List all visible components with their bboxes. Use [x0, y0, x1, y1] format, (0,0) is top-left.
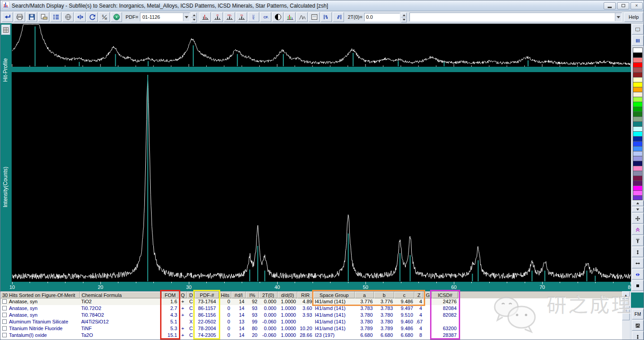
palette-color[interactable] [633, 52, 643, 57]
display-mode-button[interactable] [632, 24, 644, 34]
palette-scroll-down-button[interactable] [632, 207, 644, 212]
resize-vertical-button[interactable] [632, 247, 644, 257]
restore-button[interactable] [617, 2, 629, 9]
invert-display-button[interactable] [272, 12, 283, 22]
table-resize-vertical-button[interactable] [632, 331, 644, 340]
chemistry-filter-button[interactable]: CF. [260, 12, 271, 22]
palette-color[interactable] [633, 82, 643, 87]
column-header-16[interactable]: Z [414, 292, 423, 298]
column-header-0[interactable]: 30 Hits Sorted on Figure-Of-Merit [0, 292, 80, 298]
search-match-button[interactable]: SM [99, 12, 110, 22]
table-scrollbar[interactable]: ▲ ≡ [622, 292, 630, 340]
column-header-13[interactable]: a [355, 292, 374, 298]
refresh-button[interactable] [87, 12, 98, 22]
column-header-8[interactable]: I% [246, 292, 259, 298]
palette-color[interactable] [633, 190, 643, 195]
row-checkbox[interactable] [2, 326, 7, 331]
save-button[interactable] [26, 12, 37, 22]
column-header-6[interactable]: Hits [219, 292, 231, 298]
report-window-button[interactable] [309, 12, 320, 22]
palette-color[interactable] [633, 57, 643, 62]
palette-color[interactable] [633, 185, 643, 190]
palette-color[interactable] [633, 195, 643, 200]
palette-color[interactable] [633, 72, 643, 77]
column-header-1[interactable]: Chemical Formula [80, 292, 162, 298]
column-header-7[interactable]: #d/I [231, 292, 246, 298]
palette-color[interactable] [633, 121, 643, 126]
hit-profile-chart[interactable] [12, 24, 631, 67]
pan-horizontal-button[interactable] [74, 12, 86, 22]
column-header-4[interactable]: D [187, 292, 195, 298]
peak-id-button[interactable]: ID [212, 12, 223, 22]
pan-x-button[interactable] [632, 269, 644, 280]
column-header-14[interactable]: b [374, 292, 394, 298]
table-row[interactable]: Titanium Nitride FluorideTiNF5.3+C78-200… [0, 325, 622, 332]
row-checkbox[interactable] [2, 306, 7, 310]
column-header-18[interactable]: ICSD# [432, 292, 458, 298]
peak-hkl-button[interactable]: HKL [224, 12, 235, 22]
row-checkbox[interactable] [2, 333, 7, 337]
palette-color[interactable] [633, 156, 643, 161]
palette-color[interactable] [633, 171, 643, 176]
palette-color[interactable] [633, 151, 643, 156]
palette-scroll-up-button[interactable] [632, 201, 644, 206]
chevron-down-icon[interactable] [615, 13, 622, 21]
phase-combobox[interactable] [409, 13, 622, 22]
column-header-17[interactable]: G [423, 292, 432, 298]
palette-color[interactable] [633, 97, 643, 102]
table-row[interactable]: Anatase, synTi0.72O22.7+C86-1157014930.0… [0, 305, 622, 312]
table-scrollbar-thumb[interactable]: ≡ [622, 301, 630, 320]
palette-color[interactable] [633, 136, 643, 141]
table-row[interactable]: Aluminum Titanium SilicateAl4Ti2SiO125.1… [0, 318, 622, 325]
palette-color[interactable] [633, 181, 643, 185]
palette-color[interactable] [633, 92, 643, 97]
row-checkbox[interactable] [2, 313, 7, 317]
palette-color[interactable] [633, 126, 643, 131]
table-row[interactable]: Anatase, synTi0.784O24.3+C86-1156014930.… [0, 312, 622, 318]
scroll-up-icon[interactable]: ▲ [622, 292, 630, 299]
peak-intensity-button[interactable]: I% [236, 12, 247, 22]
shift-left-button[interactable] [321, 12, 332, 22]
overlay-pattern-button[interactable] [284, 12, 296, 22]
show-pattern-button[interactable] [200, 12, 211, 22]
row-checkbox[interactable] [2, 319, 7, 324]
pan-button[interactable] [632, 213, 644, 224]
close-button[interactable]: × [631, 2, 643, 9]
pdf-database-button[interactable] [111, 12, 122, 22]
abc-filter-button[interactable]: ABC [248, 12, 259, 22]
column-header-15[interactable]: c [394, 292, 414, 298]
main-pattern-chart[interactable] [12, 72, 631, 282]
fm-button[interactable]: FM [632, 309, 644, 319]
palette-color[interactable] [633, 161, 643, 166]
palette-color[interactable] [633, 87, 643, 92]
report-list-button[interactable] [50, 12, 61, 22]
palette-color[interactable] [633, 77, 643, 82]
help-button[interactable]: Help [624, 13, 643, 22]
column-header-11[interactable]: RIR [297, 292, 313, 298]
grid-view-button[interactable] [1, 25, 10, 35]
palette-color[interactable] [633, 166, 643, 171]
print-button[interactable] [14, 12, 25, 22]
web-button[interactable] [62, 12, 74, 22]
column-header-5[interactable]: PDF-# [195, 292, 219, 298]
row-checkbox[interactable] [2, 299, 7, 304]
scroll-top-button[interactable] [632, 236, 644, 246]
column-header-12[interactable]: Space Group [313, 292, 355, 298]
table-row[interactable]: Tantalum(I) oxideTa2O15.1+C74-230501420-… [0, 332, 622, 339]
shift-right-button[interactable] [333, 12, 344, 22]
palette-color[interactable] [633, 107, 643, 112]
stick-pattern-button[interactable] [632, 35, 644, 46]
palette-color[interactable] [633, 131, 643, 136]
profile-view-button[interactable] [632, 320, 644, 331]
apply-button[interactable] [2, 12, 13, 22]
chevron-down-icon[interactable] [183, 13, 190, 21]
pdf-combobox[interactable]: 01-1126 [140, 13, 190, 22]
column-header-2[interactable]: FOM [162, 292, 178, 298]
two-theta-input[interactable]: 0.0 [364, 13, 400, 22]
two-theta-spinner[interactable] [401, 13, 407, 22]
stop-button[interactable] [632, 280, 644, 291]
palette-color[interactable] [633, 67, 643, 72]
palette-color[interactable] [633, 146, 643, 151]
pdf-spinner[interactable] [191, 13, 197, 22]
palette-color[interactable] [633, 116, 643, 121]
